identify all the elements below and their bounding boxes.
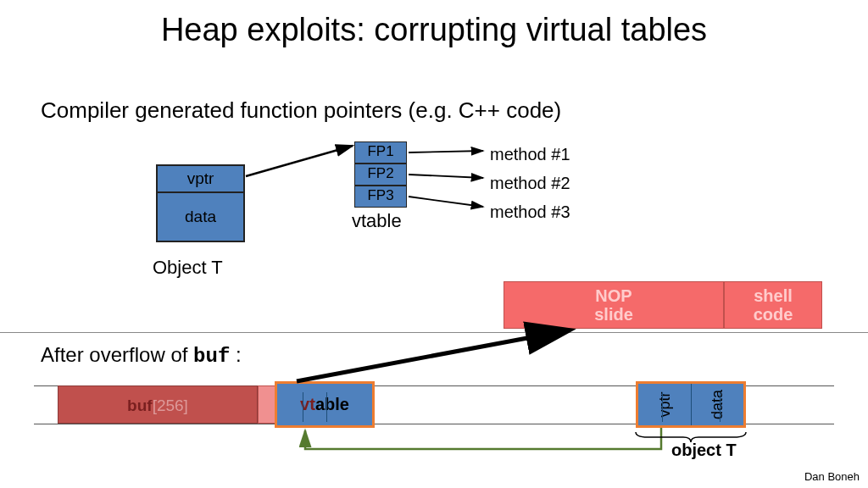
method-labels: method #1 method #2 method #3 xyxy=(490,140,570,226)
shellcode-box: NOPslide shellcode xyxy=(504,281,822,329)
svg-line-4 xyxy=(297,330,568,381)
method-1: method #1 xyxy=(490,140,570,169)
object-t-box: vptr data xyxy=(156,164,245,242)
nop-slide-segment: NOPslide xyxy=(504,281,724,329)
svg-line-0 xyxy=(246,146,353,176)
object-t-label: Object T xyxy=(153,257,223,279)
vtable-box: FP1 FP2 FP3 xyxy=(354,141,407,208)
data-cell: data xyxy=(157,192,244,241)
object-t-after-box: vptr data xyxy=(636,381,746,428)
vptr-after: vptr xyxy=(655,391,673,417)
method-2: method #2 xyxy=(490,169,570,197)
data-after: data xyxy=(709,390,726,419)
method-3: method #3 xyxy=(490,197,570,226)
fp3-cell: FP3 xyxy=(354,186,407,208)
fp2-cell: FP2 xyxy=(354,164,407,186)
slide-title: Heap exploits: corrupting virtual tables xyxy=(0,12,868,48)
svg-line-3 xyxy=(409,197,483,207)
author-credit: Dan Boneh xyxy=(804,470,860,483)
divider-line xyxy=(0,332,868,333)
after-overflow-text: After overflow of buf : xyxy=(41,343,242,368)
svg-line-2 xyxy=(409,175,483,178)
vtable-label: vtable xyxy=(352,210,402,232)
corrupted-vtable-box: vtable xyxy=(275,381,375,428)
shellcode-segment: shellcode xyxy=(724,281,822,329)
buf-box: buf[256] xyxy=(58,385,258,424)
subtitle: Compiler generated function pointers (e.… xyxy=(41,97,561,124)
object-t-after-label: object T xyxy=(671,441,737,460)
vptr-cell: vptr xyxy=(157,165,244,192)
svg-line-1 xyxy=(409,151,483,152)
fp1-cell: FP1 xyxy=(354,141,407,164)
